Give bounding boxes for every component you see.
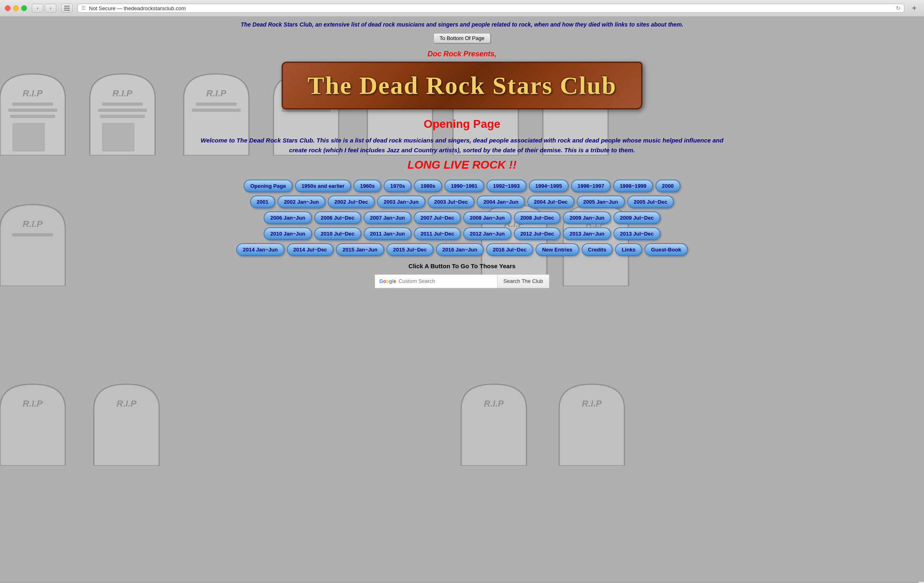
nav-1998-1999[interactable]: 1998~1999 bbox=[613, 180, 653, 192]
gravestone-r3-1: R.I.P bbox=[0, 352, 78, 466]
nav-2003-jul-dec[interactable]: 2003 Jul~Dec bbox=[428, 196, 475, 208]
svg-rect-8 bbox=[12, 123, 45, 151]
gravestone-r3-4: R.I.P bbox=[547, 352, 637, 466]
maximize-button[interactable] bbox=[21, 5, 27, 11]
nav-2014-jul-dec[interactable]: 2014 Jul~Dec bbox=[287, 243, 334, 256]
browser-chrome: ‹ › ☰ Not Secure — thedeadrockstarsclub.… bbox=[0, 0, 924, 17]
nav-2015-jan-jun[interactable]: 2015 Jan~Jun bbox=[336, 243, 384, 256]
nav-1950s[interactable]: 1950s and earlier bbox=[295, 180, 351, 192]
gravestone-r2-1: R.I.P bbox=[0, 172, 78, 286]
nav-1970s[interactable]: 1970s bbox=[384, 180, 411, 192]
svg-rect-1 bbox=[64, 8, 70, 9]
click-instruction: Click A Button To Go To Those Years bbox=[184, 263, 740, 269]
nav-2009-jul-dec[interactable]: 2009 Jul~Dec bbox=[613, 211, 660, 224]
svg-rect-0 bbox=[64, 6, 70, 7]
nav-2010-jan-jun[interactable]: 2010 Jan~Jun bbox=[264, 227, 312, 240]
gravestone-1: R.I.P bbox=[0, 41, 78, 156]
nav-1980s[interactable]: 1980s bbox=[414, 180, 442, 192]
nav-1992-1993[interactable]: 1992~1993 bbox=[486, 180, 526, 192]
back-button[interactable]: ‹ bbox=[32, 4, 43, 13]
nav-2004-jan-jun[interactable]: 2004 Jan~Jun bbox=[477, 196, 525, 208]
svg-text:R.I.P: R.I.P bbox=[117, 398, 137, 409]
nav-1990-1991[interactable]: 1990~1991 bbox=[444, 180, 484, 192]
page-content: R.I.P R.I.P R.I.P R.I.P bbox=[0, 17, 924, 582]
url-text: Not Secure — thedeadrockstarsclub.com bbox=[89, 5, 893, 11]
nav-guest-book[interactable]: Guest-Book bbox=[644, 243, 688, 256]
nav-links[interactable]: Links bbox=[615, 243, 642, 256]
search-club-button[interactable]: Search The Club bbox=[497, 274, 549, 288]
nav-2005-jul-dec[interactable]: 2005 Jul~Dec bbox=[627, 196, 674, 208]
nav-2007-jan-jun[interactable]: 2007 Jan~Jun bbox=[364, 211, 412, 224]
site-title: The Dead Rock Stars Club bbox=[307, 71, 617, 100]
svg-rect-12 bbox=[100, 115, 145, 118]
nav-2006-jul-dec[interactable]: 2006 Jul~Dec bbox=[314, 211, 361, 224]
long-live-text: LONG LIVE ROCK !! bbox=[184, 158, 740, 171]
nav-2010-jul-dec[interactable]: 2010 Jul~Dec bbox=[314, 227, 361, 240]
nav-2005-jan-jun[interactable]: 2005 Jan~Jun bbox=[577, 196, 625, 208]
nav-2011-jul-dec[interactable]: 2011 Jul~Dec bbox=[414, 227, 461, 240]
nav-2000[interactable]: 2000 bbox=[655, 180, 680, 192]
nav-credits[interactable]: Credits bbox=[582, 243, 613, 256]
nav-2014-jan-jun[interactable]: 2014 Jan~Jun bbox=[236, 243, 284, 256]
nav-row-3: 2006 Jan~Jun 2006 Jul~Dec 2007 Jan~Jun 2… bbox=[184, 211, 740, 224]
svg-text:R.I.P: R.I.P bbox=[582, 398, 602, 409]
svg-rect-13 bbox=[102, 123, 135, 151]
svg-rect-6 bbox=[8, 109, 57, 112]
close-button[interactable] bbox=[5, 5, 11, 11]
new-tab-button[interactable]: + bbox=[909, 3, 919, 13]
svg-text:R.I.P: R.I.P bbox=[484, 398, 504, 409]
nav-2009-jan-jun[interactable]: 2009 Jan~Jun bbox=[563, 211, 611, 224]
nav-2012-jul-dec[interactable]: 2012 Jul~Dec bbox=[514, 227, 561, 240]
nav-2002-jan-jun[interactable]: 2002 Jan~Jun bbox=[278, 196, 326, 208]
search-input[interactable] bbox=[399, 278, 493, 284]
nav-1994-1995[interactable]: 1994~1995 bbox=[529, 180, 569, 192]
to-bottom-button[interactable]: To Bottom Of Page bbox=[433, 33, 491, 43]
nav-2004-jul-dec[interactable]: 2004 Jul~Dec bbox=[527, 196, 574, 208]
nav-1996-1997[interactable]: 1996~1997 bbox=[571, 180, 611, 192]
nav-2002-jul-dec[interactable]: 2002 Jul~Dec bbox=[328, 196, 375, 208]
nav-row-2: 2001 2002 Jan~Jun 2002 Jul~Dec 2003 Jan~… bbox=[184, 196, 740, 208]
google-logo: Google bbox=[379, 278, 396, 284]
nav-1960s[interactable]: 1960s bbox=[353, 180, 381, 192]
page-inner: The Dead Rock Stars Club, an extensive l… bbox=[176, 17, 748, 292]
minimize-button[interactable] bbox=[13, 5, 19, 11]
svg-text:R.I.P: R.I.P bbox=[23, 88, 43, 98]
gravestone-r3-3: R.I.P bbox=[449, 352, 539, 466]
nav-new-entries[interactable]: New Entries bbox=[535, 243, 579, 256]
svg-text:R.I.P: R.I.P bbox=[23, 398, 43, 409]
gravestone-2: R.I.P bbox=[78, 41, 167, 156]
address-bar[interactable]: ☰ Not Secure — thedeadrockstarsclub.com … bbox=[78, 4, 904, 13]
nav-2015-jul-dec[interactable]: 2015 Jul~Dec bbox=[386, 243, 433, 256]
nav-opening-page[interactable]: Opening Page bbox=[244, 180, 292, 192]
welcome-text: Welcome to The Dead Rock Stars Club. Thi… bbox=[197, 136, 727, 155]
sidebar-button[interactable] bbox=[61, 4, 73, 13]
nav-2001[interactable]: 2001 bbox=[250, 196, 275, 208]
nav-row-5: 2014 Jan~Jun 2014 Jul~Dec 2015 Jan~Jun 2… bbox=[184, 243, 740, 256]
site-description: The Dead Rock Stars Club, an extensive l… bbox=[184, 21, 740, 29]
browser-nav-buttons: ‹ › bbox=[32, 4, 56, 13]
nav-2016-jul-dec[interactable]: 2016 Jul~Dec bbox=[486, 243, 533, 256]
svg-rect-3 bbox=[65, 6, 66, 11]
doc-rock-text: Doc Rock Presents, bbox=[184, 50, 740, 58]
nav-2007-jul-dec[interactable]: 2007 Jul~Dec bbox=[414, 211, 461, 224]
nav-2008-jul-dec[interactable]: 2008 Jul~Dec bbox=[514, 211, 561, 224]
gravestone-r3-2: R.I.P bbox=[82, 352, 171, 466]
nav-2003-jan-jun[interactable]: 2003 Jan~Jun bbox=[377, 196, 425, 208]
svg-text:R.I.P: R.I.P bbox=[23, 219, 43, 229]
forward-button[interactable]: › bbox=[45, 4, 56, 13]
nav-2013-jan-jun[interactable]: 2013 Jan~Jun bbox=[563, 227, 611, 240]
reload-button[interactable]: ↻ bbox=[896, 5, 901, 11]
nav-2008-jan-jun[interactable]: 2008 Jan~Jun bbox=[463, 211, 511, 224]
nav-2016-jan-jun[interactable]: 2016 Jan~Jun bbox=[436, 243, 484, 256]
search-area: Google Search The Club bbox=[184, 274, 740, 288]
nav-row-1: Opening Page 1950s and earlier 1960s 197… bbox=[184, 180, 740, 192]
nav-row-4: 2010 Jan~Jun 2010 Jul~Dec 2011 Jan~Jun 2… bbox=[184, 227, 740, 240]
svg-rect-7 bbox=[10, 115, 55, 118]
lock-icon: ☰ bbox=[81, 5, 86, 11]
google-search-box[interactable]: Google bbox=[375, 274, 497, 288]
nav-2012-jan-jun[interactable]: 2012 Jan~Jun bbox=[463, 227, 511, 240]
nav-2011-jan-jun[interactable]: 2011 Jan~Jun bbox=[364, 227, 412, 240]
nav-2006-jan-jun[interactable]: 2006 Jan~Jun bbox=[264, 211, 312, 224]
nav-2013-jul-dec[interactable]: 2013 Jul~Dec bbox=[613, 227, 660, 240]
svg-rect-11 bbox=[98, 109, 147, 112]
